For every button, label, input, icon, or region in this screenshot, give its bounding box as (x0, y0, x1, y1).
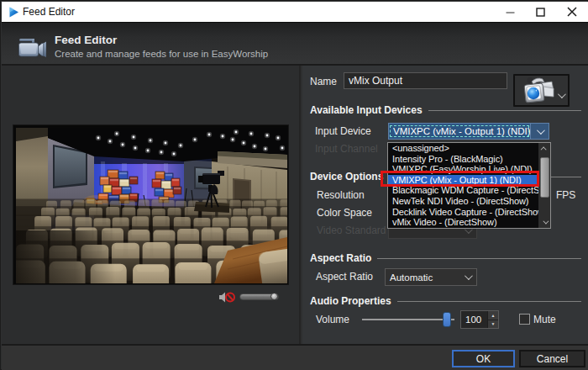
camera-source-button[interactable] (513, 74, 570, 107)
scrollbar-thumb[interactable] (540, 157, 549, 198)
name-input[interactable]: vMix Output (344, 72, 507, 89)
volume-value: 100 (461, 311, 487, 328)
video-camera-icon (18, 35, 47, 57)
camera-3d-icon (520, 77, 555, 104)
input-channel-label: Input Channel (315, 143, 378, 155)
volume-spin-down-icon[interactable]: ▼ (488, 320, 498, 329)
mute-checkbox[interactable] (519, 314, 530, 325)
dropdown-scrollbar[interactable] (538, 143, 550, 228)
auditorium-photo (16, 128, 287, 283)
name-label: Name (310, 76, 337, 87)
section-title: Aspect Ratio (310, 252, 371, 264)
easyworship-logo-icon (8, 7, 19, 18)
window-title: Feed Editor (23, 6, 75, 18)
dropdown-item[interactable]: Blackmagic WDM Capture - (DirectShow) (388, 185, 539, 196)
close-icon (567, 7, 577, 17)
aspect-ratio-combobox[interactable]: Automatic (385, 268, 477, 286)
input-device-label: Input Device (315, 125, 371, 137)
preview-volume-slider[interactable] (239, 293, 279, 300)
input-device-value: VMIXPC (vMix - Output 1) (NDI) (389, 124, 530, 138)
annotation-highlight-box (381, 171, 539, 187)
section-line (377, 258, 581, 259)
video-standard-label: Video Standard (317, 225, 386, 236)
section-title: Audio Properties (310, 295, 391, 307)
section-aspect-ratio: Aspect Ratio (310, 252, 581, 264)
cancel-button[interactable]: Cancel (519, 350, 585, 367)
maximize-button[interactable] (526, 2, 554, 22)
aspect-ratio-value: Automatic (386, 272, 458, 283)
minimize-icon (506, 8, 515, 17)
fps-label: FPS (556, 189, 575, 201)
section-title: Available Input Devices (310, 104, 423, 116)
aspect-ratio-chevron-icon (458, 272, 476, 282)
muted-speaker-icon (218, 292, 235, 303)
dropdown-item[interactable]: Intensity Pro - (BlackMagic) (388, 154, 539, 165)
header-banner: Feed Editor Create and manage feeds for … (2, 22, 588, 66)
ok-button[interactable]: OK (452, 350, 515, 367)
maximize-icon (536, 8, 545, 17)
aspect-ratio-label: Aspect Ratio (316, 271, 373, 283)
section-audio-properties: Audio Properties (310, 295, 581, 307)
input-device-chevron-icon (530, 124, 549, 139)
section-title: Device Options (310, 171, 383, 182)
section-line (397, 301, 581, 302)
color-space-label: Color Space (317, 207, 372, 219)
video-preview (13, 124, 289, 285)
close-button[interactable] (558, 2, 586, 22)
header-subtitle: Create and manage feeds for use in EasyW… (55, 49, 268, 59)
dropdown-item[interactable]: vMix Video - (DirectShow) (388, 217, 539, 228)
section-line (428, 110, 581, 111)
volume-value-spinner[interactable]: 100 ▲ ▼ (460, 310, 499, 329)
preview-volume-thumb[interactable] (270, 293, 278, 300)
volume-spinner-buttons: ▲ ▼ (487, 311, 498, 328)
header-title: Feed Editor (55, 34, 117, 46)
resolution-label: Resolution (317, 189, 365, 201)
feed-editor-dialog: Feed Editor (0, 0, 588, 370)
dropdown-item[interactable]: <unassigned> (388, 143, 539, 154)
volume-slider-thumb[interactable] (443, 312, 451, 327)
scroll-down-icon[interactable] (538, 217, 550, 228)
volume-spin-up-icon[interactable]: ▲ (488, 311, 498, 320)
preview-mute-indicator[interactable] (218, 291, 235, 302)
dropdown-item[interactable]: Decklink Video Capture - (DirectShow) (388, 207, 539, 218)
dropdown-item[interactable]: NewTek NDI Video - (DirectShow) (388, 196, 539, 207)
input-device-combobox[interactable]: VMIXPC (vMix - Output 1) (NDI) (388, 123, 549, 140)
mute-label: Mute (533, 314, 556, 325)
scroll-up-icon[interactable] (538, 143, 550, 154)
section-available-input-devices: Available Input Devices (310, 104, 581, 116)
camera-button-chevron-icon (558, 87, 564, 102)
title-bar: Feed Editor (2, 2, 588, 22)
volume-label: Volume (316, 314, 349, 325)
minimize-button[interactable] (496, 2, 524, 22)
footer-bar: OK Cancel (2, 344, 588, 370)
volume-slider-track[interactable] (362, 319, 454, 320)
